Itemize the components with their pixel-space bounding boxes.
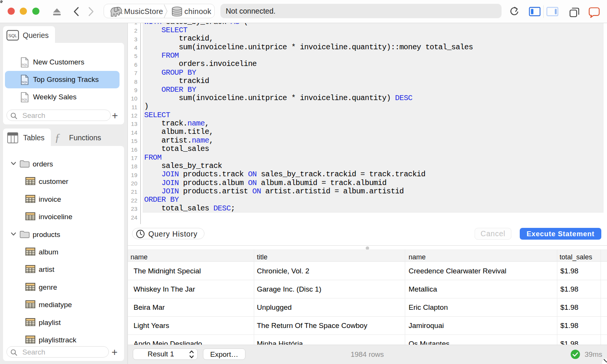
- svg-text:SQL: SQL: [22, 63, 28, 66]
- svg-text:SQL: SQL: [22, 80, 28, 84]
- svg-text:SQL: SQL: [8, 33, 17, 38]
- svg-text:SQL: SQL: [22, 98, 28, 101]
